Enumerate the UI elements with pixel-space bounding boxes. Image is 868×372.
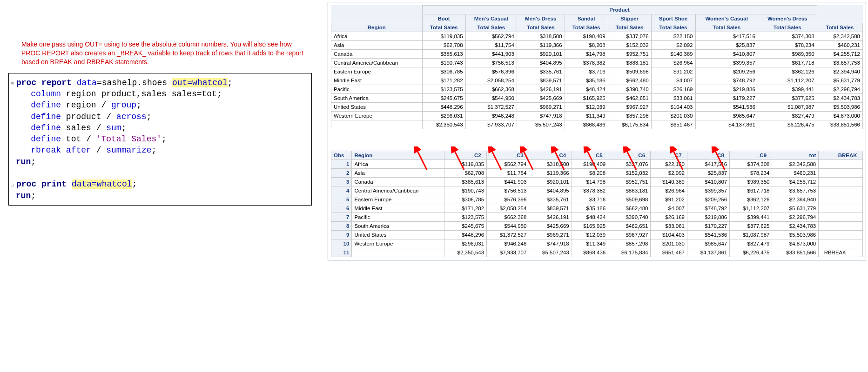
define-tot: tot / bbox=[61, 134, 96, 144]
value-cell: $3,716 bbox=[565, 67, 608, 76]
value-cell bbox=[819, 195, 863, 204]
value-cell: $171,282 bbox=[444, 204, 486, 213]
region-cell: Central America/Caribbean bbox=[331, 59, 423, 67]
value-cell: $2,394,940 bbox=[817, 67, 862, 76]
value-cell: $651,467 bbox=[651, 248, 687, 257]
sub-header: Total Sales bbox=[608, 23, 651, 32]
value-cell: $119,366 bbox=[517, 41, 565, 50]
value-cell: $6,226,475 bbox=[730, 248, 772, 257]
region-cell: Eastern Europe bbox=[331, 67, 423, 76]
fold-icon[interactable]: ⊟ bbox=[11, 182, 15, 189]
value-cell: $969,271 bbox=[517, 103, 565, 112]
region-cell: Pacific bbox=[352, 213, 444, 222]
semi: ; bbox=[147, 112, 152, 121]
summary-cell: $7,933,707 bbox=[465, 120, 517, 129]
left-pane: Make one pass using OUT= using to see th… bbox=[2, 2, 318, 260]
table-row: Western Europe$296,031$946,248$747,918$1… bbox=[331, 112, 863, 120]
stmt-define: define bbox=[16, 134, 61, 144]
value-cell: $410,807 bbox=[695, 50, 758, 59]
value-cell: $306,785 bbox=[444, 195, 486, 204]
stmt-define: define bbox=[16, 100, 61, 110]
value-cell: $509,698 bbox=[608, 67, 651, 76]
summary-cell: $2,350,543 bbox=[422, 120, 465, 129]
semi: ; bbox=[136, 100, 141, 110]
value-cell: $201,030 bbox=[651, 239, 687, 248]
value-cell: $35,186 bbox=[565, 76, 608, 85]
value-cell: $5,503,986 bbox=[772, 231, 819, 239]
opt-data-whatcol: data=whatcol bbox=[72, 179, 132, 189]
value-cell: $22,150 bbox=[651, 32, 695, 41]
value-cell: $748,792 bbox=[687, 204, 729, 213]
value-cell: $362,126 bbox=[730, 195, 772, 204]
value-cell: $8,208 bbox=[565, 41, 608, 50]
value-cell: $3,657,753 bbox=[817, 59, 862, 67]
value-cell: $378,382 bbox=[572, 186, 608, 195]
value-cell: $377,625 bbox=[730, 222, 772, 231]
value-cell: $26,964 bbox=[651, 59, 695, 67]
value-cell: $25,837 bbox=[687, 169, 729, 178]
table-row: Middle East$171,282$2,058,254$839,571$35… bbox=[331, 76, 863, 85]
value-cell: $11,754 bbox=[465, 41, 517, 50]
value-cell: $378,382 bbox=[565, 59, 608, 67]
dataset-name: =sashelp.shoes bbox=[97, 78, 172, 87]
value-cell: $25,837 bbox=[695, 41, 758, 50]
sub-header: Total Sales bbox=[695, 23, 758, 32]
summary-cell: $6,226,475 bbox=[758, 120, 817, 129]
sub-header: Total Sales bbox=[817, 23, 862, 32]
table-row: 5Eastern Europe$306,785$576,396$335,761$… bbox=[331, 195, 863, 204]
value-cell: $62,708 bbox=[444, 169, 486, 178]
obs-cell: 11 bbox=[331, 248, 352, 257]
value-cell: $190,409 bbox=[572, 160, 608, 169]
value-cell: $12,039 bbox=[572, 231, 608, 239]
value-cell: $662,480 bbox=[608, 204, 651, 213]
value-cell: $756,513 bbox=[487, 186, 529, 195]
code-editor[interactable]: ⊟proc report data=sashelp.shoes out=what… bbox=[8, 73, 312, 206]
value-cell: $1,087,987 bbox=[730, 231, 772, 239]
value-cell: $11,349 bbox=[565, 112, 608, 120]
output-pane: Product BootMen's CasualMen's DressSanda… bbox=[328, 2, 866, 260]
value-cell bbox=[819, 186, 863, 195]
value-cell: $385,613 bbox=[444, 178, 486, 186]
region-cell bbox=[331, 120, 423, 129]
semi: ; bbox=[228, 78, 233, 87]
value-cell: $318,500 bbox=[529, 160, 572, 169]
fold-icon[interactable]: ⊟ bbox=[11, 80, 15, 87]
value-cell: $441,903 bbox=[465, 50, 517, 59]
value-cell: $857,298 bbox=[608, 239, 651, 248]
sub-header: Total Sales bbox=[565, 23, 608, 32]
sub-header: Total Sales bbox=[422, 23, 465, 32]
summary-cell: $6,175,834 bbox=[608, 120, 651, 129]
table-row: United States$448,296$1,372,527$969,271$… bbox=[331, 103, 863, 112]
value-cell: $883,181 bbox=[608, 59, 651, 67]
table-row: Canada$385,613$441,903$920,101$14,798$95… bbox=[331, 50, 863, 59]
table-row: South America$245,675$544,950$425,669$16… bbox=[331, 94, 863, 103]
summary-cell: $4,137,861 bbox=[695, 120, 758, 129]
value-cell: $4,007 bbox=[651, 204, 687, 213]
value-cell: $11,349 bbox=[572, 239, 608, 248]
value-cell: $374,308 bbox=[730, 160, 772, 169]
value-cell: $219,886 bbox=[687, 213, 729, 222]
print-col-header: _C6_ bbox=[608, 151, 651, 160]
value-cell: $5,503,986 bbox=[817, 103, 862, 112]
value-cell: $33,061 bbox=[651, 94, 695, 103]
value-cell: $190,743 bbox=[422, 59, 465, 67]
value-cell: $5,631,779 bbox=[817, 76, 862, 85]
value-cell: $1,112,207 bbox=[758, 76, 817, 85]
value-cell: $426,191 bbox=[529, 213, 572, 222]
value-cell: $617,718 bbox=[730, 186, 772, 195]
stmt-define: define bbox=[16, 123, 61, 133]
value-cell: $425,669 bbox=[529, 222, 572, 231]
value-cell: $827,479 bbox=[730, 239, 772, 248]
table-row: 3Canada$385,613$441,903$920,101$14,798$9… bbox=[331, 178, 863, 186]
value-cell: $390,740 bbox=[608, 85, 651, 94]
table-row: Africa$119,835$562,794$318,500$190,409$3… bbox=[331, 32, 863, 41]
table-row: 6Middle East$171,282$2,058,254$839,571$3… bbox=[331, 204, 863, 213]
value-cell: $857,298 bbox=[608, 112, 651, 120]
value-cell: $123,575 bbox=[444, 213, 486, 222]
obs-cell: 9 bbox=[331, 231, 352, 239]
region-cell: Pacific bbox=[331, 85, 423, 94]
region-cell: Middle East bbox=[331, 76, 423, 85]
value-cell: $6,175,834 bbox=[608, 248, 651, 257]
define-sales: sales / bbox=[61, 123, 106, 133]
value-cell: $3,716 bbox=[572, 195, 608, 204]
